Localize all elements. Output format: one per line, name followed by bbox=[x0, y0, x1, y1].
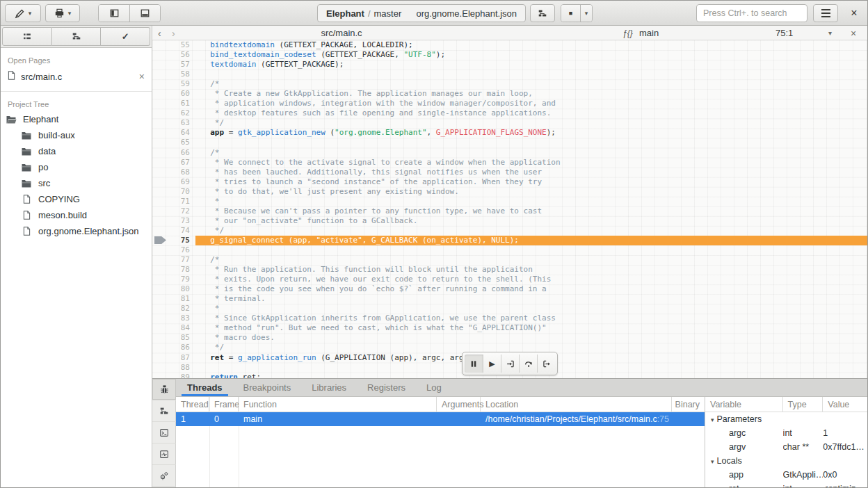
window-close-button[interactable]: × bbox=[844, 4, 865, 22]
step-over-button[interactable] bbox=[519, 355, 537, 373]
processes-panel-button[interactable] bbox=[152, 465, 176, 487]
variable-row[interactable]: retint<optimiz… bbox=[705, 482, 868, 488]
run-options-button[interactable]: ▾ bbox=[580, 5, 592, 22]
code-text: * tries to launch a "second instance" of… bbox=[195, 177, 868, 187]
code-view[interactable]: 55 bindtextdomain (GETTEXT_PACKAGE, LOCA… bbox=[152, 40, 868, 378]
hierarchy-icon bbox=[538, 9, 547, 18]
thread-cell: main bbox=[239, 414, 437, 424]
tab-log[interactable]: Log bbox=[425, 379, 443, 396]
variable-value: 0x0 bbox=[823, 470, 868, 480]
debugger-panel-button[interactable] bbox=[152, 379, 176, 400]
function-icon: ƒ{} bbox=[622, 26, 633, 40]
column-header-binary[interactable]: Binary bbox=[672, 397, 705, 412]
menu-button[interactable] bbox=[813, 4, 838, 22]
editor-mode-button[interactable]: ▾ bbox=[5, 4, 41, 22]
toggle-left-panel-button[interactable] bbox=[99, 5, 129, 22]
column-header-variable[interactable]: Variable bbox=[705, 397, 783, 412]
thread-cell: 0 bbox=[209, 414, 239, 424]
step-in-button[interactable] bbox=[501, 355, 519, 373]
code-text: * terminal. bbox=[195, 294, 868, 304]
continue-button[interactable]: ▶ bbox=[483, 355, 501, 373]
expander-icon[interactable]: ▾ bbox=[711, 458, 714, 465]
variable-name: ▾Parameters bbox=[705, 414, 783, 424]
code-line: 82 * bbox=[152, 304, 868, 314]
variable-row[interactable]: argcint1 bbox=[705, 426, 868, 440]
sidebar-tab-tree[interactable] bbox=[52, 27, 102, 46]
thread-row[interactable]: 10main/home/christian/Projects/Elephant/… bbox=[176, 412, 705, 426]
line-number: 88 bbox=[152, 363, 195, 373]
forward-icon[interactable]: › bbox=[172, 26, 175, 40]
threads-table: ThreadFrameFunctionArgumentsLocationBina… bbox=[176, 397, 705, 488]
cursor-position: 75:1 bbox=[775, 26, 793, 40]
check-icon: ✓ bbox=[122, 31, 129, 42]
code-text: * has been lauched. Additionally, this s… bbox=[195, 168, 868, 177]
stop-button[interactable]: ■ bbox=[561, 5, 580, 22]
code-line: 68 * has been lauched. Additionally, thi… bbox=[152, 168, 868, 177]
build-target: org.gnome.Elephant.json bbox=[416, 8, 517, 19]
code-line: 58 bbox=[152, 70, 868, 79]
column-header-arguments[interactable]: Arguments bbox=[437, 397, 481, 412]
line-number: 72 bbox=[152, 206, 195, 216]
device-selector-button[interactable]: ▾ bbox=[45, 4, 80, 22]
file-icon bbox=[22, 211, 31, 220]
sidebar-tab-pages[interactable] bbox=[2, 27, 52, 46]
editor-options-icon[interactable]: ▾ bbox=[828, 26, 832, 40]
open-page-item[interactable]: src/main.c × bbox=[1, 67, 152, 86]
tab-registers[interactable]: Registers bbox=[366, 379, 407, 396]
chevron-down-icon: ▾ bbox=[29, 10, 32, 17]
variable-row[interactable]: argvchar **0x7ffdc1… bbox=[705, 440, 868, 454]
tree-item-copying[interactable]: COPYING bbox=[1, 191, 152, 207]
column-header-location[interactable]: Location bbox=[481, 397, 672, 412]
variables-table: VariableTypeValue▾Parametersargcint1argv… bbox=[705, 397, 868, 488]
tree-item-build-aux[interactable]: build-aux bbox=[1, 127, 152, 143]
line-number: 67 bbox=[152, 158, 195, 168]
expander-icon[interactable]: ▾ bbox=[711, 416, 714, 423]
sidebar-tab-todo[interactable]: ✓ bbox=[101, 27, 150, 46]
line-number: 87 bbox=[152, 353, 195, 363]
code-text: * method "run". But we need to cast, whi… bbox=[195, 323, 868, 333]
build-pipeline-button[interactable] bbox=[530, 4, 555, 22]
code-text: /* bbox=[195, 148, 868, 158]
search-input[interactable] bbox=[696, 4, 807, 22]
line-number: 77 bbox=[152, 255, 195, 265]
tab-libraries[interactable]: Libraries bbox=[310, 379, 348, 396]
variable-group-row[interactable]: ▾Parameters bbox=[705, 412, 868, 426]
column-header-thread[interactable]: Thread bbox=[176, 397, 209, 412]
code-text: * Because we can't pass a pointer to any… bbox=[195, 206, 868, 216]
tree-item-po[interactable]: po bbox=[1, 159, 152, 175]
tree-item-label: COPYING bbox=[38, 194, 80, 204]
toggle-bottom-panel-button[interactable] bbox=[129, 5, 160, 22]
tree-item-label: build-aux bbox=[38, 130, 75, 140]
pipeline-panel-button[interactable] bbox=[152, 400, 176, 422]
tree-item-data[interactable]: data bbox=[1, 143, 152, 159]
line-number: 71 bbox=[152, 197, 195, 206]
step-out-button[interactable] bbox=[537, 355, 555, 373]
editor-close-icon[interactable]: × bbox=[851, 26, 856, 40]
column-header-function[interactable]: Function bbox=[239, 397, 437, 412]
threads-header: ThreadFrameFunctionArgumentsLocationBina… bbox=[176, 397, 705, 412]
thread-cell: 1 bbox=[176, 414, 209, 424]
omnibar[interactable]: Elephant / master org.gnome.Elephant.jso… bbox=[317, 4, 526, 22]
code-text: * is the code you see when you do `echo … bbox=[195, 284, 868, 294]
tree-item-elephant[interactable]: Elephant bbox=[1, 111, 152, 127]
terminal-panel-button[interactable] bbox=[152, 422, 176, 444]
column-header-frame[interactable]: Frame bbox=[209, 397, 239, 412]
tree-item-org-gnome-elephant-json[interactable]: org.gnome.Elephant.json bbox=[1, 223, 152, 239]
tab-threads[interactable]: Threads bbox=[186, 379, 224, 396]
output-panel-button[interactable] bbox=[152, 444, 176, 465]
current-function[interactable]: main bbox=[639, 26, 659, 40]
tree-item-meson-build[interactable]: meson.build bbox=[1, 207, 152, 223]
panel-left-icon bbox=[109, 8, 120, 18]
variable-type: char ** bbox=[783, 442, 823, 452]
variable-group-row[interactable]: ▾Locals bbox=[705, 454, 868, 468]
variable-row[interactable]: appGtkAppli…0x0 bbox=[705, 468, 868, 482]
close-page-icon[interactable]: × bbox=[139, 71, 145, 82]
code-line: 65 bbox=[152, 138, 868, 147]
pause-button[interactable] bbox=[465, 355, 483, 373]
back-icon[interactable]: ‹ bbox=[158, 26, 161, 40]
tab-breakpoints[interactable]: Breakpoints bbox=[242, 379, 293, 396]
column-header-type[interactable]: Type bbox=[783, 397, 823, 412]
code-line: 72 * Because we can't pass a pointer to … bbox=[152, 206, 868, 216]
column-header-value[interactable]: Value bbox=[823, 397, 868, 412]
tree-item-src[interactable]: src bbox=[1, 175, 152, 191]
